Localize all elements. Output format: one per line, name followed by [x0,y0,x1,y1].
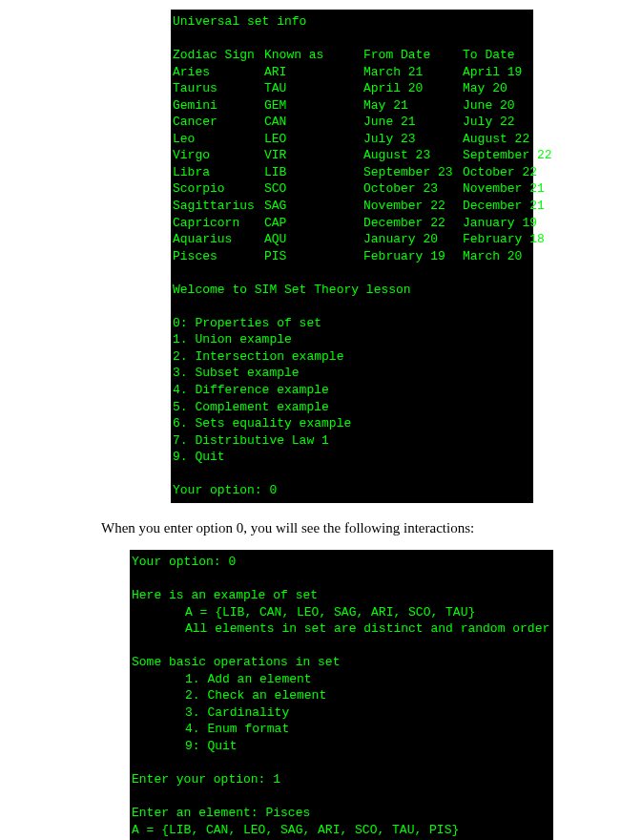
menu-item: 1. Union example [173,332,292,346]
operation-item: 4. Enum format [132,721,289,738]
table-row: SagittariusSAGNovember 22December 21 [173,199,545,213]
table-header: Zodiac SignKnown asFrom DateTo Date [173,48,515,62]
document-instruction-text: When you enter option 0, you will see th… [101,520,621,536]
table-row: LibraLIBSeptember 23October 22 [173,165,537,179]
menu-item: 5. Complement example [173,400,329,414]
table-row: CapricornCAPDecember 22January 19 [173,216,537,230]
terminal-output-1: Universal set info Zodiac SignKnown asFr… [171,10,533,503]
enter-element-prompt: Enter an element: Pisces [132,806,310,820]
table-row: PiscesPISFebruary 19March 20 [173,249,522,263]
example-set: A = {LIB, CAN, LEO, SAG, ARI, SCO, TAU} [132,604,475,621]
input-prompt: Your option: 0 [173,483,277,497]
menu-item: 7. Distributive Law 1 [173,433,329,448]
menu-item: 0: Properties of set [173,316,321,330]
menu-item: 4. Difference example [173,383,329,397]
table-row: ScorpioSCOOctober 23November 21 [173,181,545,196]
example-note: All elements in set are distinct and ran… [132,620,549,638]
table-row: AriesARIMarch 21April 19 [173,65,522,79]
input-prompt: Your option: 0 [132,555,236,569]
table-row: TaurusTAUApril 20May 20 [173,81,507,95]
table-row: VirgoVIRAugust 23September 22 [173,148,552,162]
operation-item: 3. Cardinality [132,704,289,722]
welcome-line: Welcome to SIM Set Theory lesson [173,283,411,297]
table-row: AquariusAQUJanuary 20February 18 [173,232,545,246]
example-title: Here is an example of set [132,588,318,602]
result-set: A = {LIB, CAN, LEO, SAG, ARI, SCO, TAU, … [132,823,459,837]
operation-item: 1. Add an element [132,671,312,688]
title-line: Universal set info [173,14,306,29]
menu-item: 6. Sets equality example [173,416,351,430]
operations-title: Some basic operations in set [132,655,340,669]
enter-option-prompt: Enter your option: 1 [132,772,280,787]
terminal-output-2: Your option: 0 Here is an example of set… [130,550,553,840]
menu-item: 3. Subset example [173,366,300,380]
menu-item: 2. Intersection example [173,349,343,364]
table-row: GeminiGEMMay 21June 20 [173,98,515,113]
operation-item: 2. Check an element [132,687,326,704]
table-row: LeoLEOJuly 23August 22 [173,132,529,146]
table-row: CancerCANJune 21July 22 [173,115,515,129]
operation-item: 9: Quit [132,738,238,755]
menu-item: 9. Quit [173,450,225,464]
